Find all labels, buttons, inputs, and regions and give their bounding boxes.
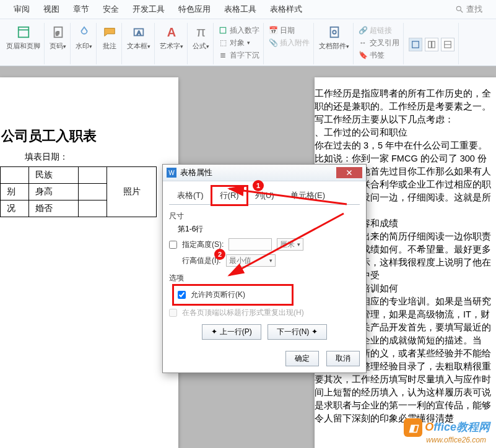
- row-spec-height: 指定高度(S): 厘米▾: [169, 238, 360, 251]
- btn-datetime[interactable]: 📅日期: [269, 24, 295, 37]
- search-box[interactable]: 查找: [455, 4, 482, 15]
- menu-review[interactable]: 审阅: [14, 4, 30, 15]
- header-footer-label: 页眉和页脚: [6, 41, 40, 51]
- search-label: 查找: [466, 4, 482, 15]
- group-annotation[interactable]: 批注: [98, 23, 122, 64]
- group-wordart[interactable]: Α 艺术字▾: [156, 23, 188, 64]
- group-doc-parts[interactable]: 文档部件▾: [315, 23, 354, 64]
- menu-table-tools[interactable]: 表格工具: [224, 4, 256, 15]
- menu-view[interactable]: 视图: [43, 4, 59, 15]
- rows-label: 第1-6行: [178, 224, 360, 235]
- group-formula[interactable]: π 公式▾: [189, 23, 214, 64]
- cancel-button[interactable]: 取消: [326, 351, 360, 366]
- ribbon-toolbar: 页眉和页脚 # 页码▾ 水印▾ 批注 A 文本框▾ Α 艺术字▾ π 公式▾ 插…: [0, 19, 496, 66]
- dialog-tabs: 表格(T) 行(R) 列(U) 单元格(E): [169, 186, 360, 205]
- group-page-num[interactable]: # 页码▾: [46, 23, 71, 64]
- wm-text: ffice教程网: [433, 421, 490, 433]
- fill-date-label: 填表日期：: [0, 152, 163, 163]
- watermark: ◧Office教程网 www.office26.com: [404, 418, 490, 444]
- size-section-label: 尺寸: [169, 211, 360, 222]
- options-section-label: 选项: [169, 273, 360, 283]
- unit-select[interactable]: 厘米▾: [277, 238, 303, 251]
- page-left: 公司员工入职表 填表日期： 民族照片 别身高 况婚否: [0, 77, 178, 448]
- row-height-is-label: 行高值是(I):: [182, 256, 221, 266]
- group-insert-misc: 插入数字 ⬚对象▾ ≣首字下沉: [215, 23, 264, 64]
- cell-gender: 别: [1, 184, 29, 200]
- formula-icon: π: [193, 24, 209, 40]
- tab-column[interactable]: 列(U): [247, 186, 282, 205]
- svg-rect-2: [18, 27, 28, 38]
- annotation-icon: [102, 24, 118, 40]
- group-watermark[interactable]: 水印▾: [72, 23, 97, 64]
- repeat-header-label: 在各页顶端以标题行形式重复出现(H): [182, 308, 304, 318]
- bookmark-icon: 🔖: [359, 51, 367, 59]
- row-height-is: 行高值是(I): 最小值▾: [169, 254, 360, 267]
- dialog-titlebar[interactable]: W 表格属性: [163, 165, 366, 181]
- cell-photo: 照片: [107, 167, 157, 217]
- textbox-label: 文本框: [127, 42, 147, 50]
- view-mode-2[interactable]: [425, 38, 438, 51]
- svg-rect-12: [429, 41, 432, 48]
- group-view-mode: [405, 23, 459, 64]
- spec-height-checkbox[interactable]: [169, 241, 177, 249]
- object-icon: ⬚: [219, 38, 227, 47]
- menu-security[interactable]: 安全: [103, 4, 119, 15]
- dropcap-label: 首字下沉: [230, 50, 259, 61]
- height-input[interactable]: [228, 238, 272, 251]
- menu-special[interactable]: 特色应用: [178, 4, 211, 15]
- view-mode-1[interactable]: [409, 38, 422, 51]
- btn-cross-ref[interactable]: ↔交叉引用: [359, 37, 399, 49]
- tab-cell[interactable]: 单元格(E): [282, 186, 333, 205]
- btn-drop-cap[interactable]: ≣首字下沉: [219, 49, 259, 61]
- svg-rect-13: [432, 41, 435, 48]
- spec-height-label: 指定高度(S):: [182, 239, 224, 250]
- btn-bookmark[interactable]: 🔖书签: [359, 49, 385, 61]
- dialog-body: 表格(T) 行(R) 列(U) 单元格(E) 尺寸 第1-6行 指定高度(S):…: [163, 181, 366, 373]
- group-header-footer[interactable]: 页眉和页脚: [2, 23, 45, 64]
- menu-bar: 审阅 视图 章节 安全 开发工具 特色应用 表格工具 表格样式 查找: [0, 0, 496, 19]
- svg-rect-9: [330, 27, 338, 38]
- group-textbox[interactable]: A 文本框▾: [123, 23, 155, 64]
- menu-section[interactable]: 章节: [73, 4, 89, 15]
- doc-title: 公司员工入职表: [0, 127, 163, 145]
- btn-attachment: 📎插入附件: [269, 37, 310, 49]
- close-button[interactable]: [336, 167, 362, 178]
- attachment-label: 插入附件: [280, 38, 310, 48]
- btn-hyperlink: 🔗超链接: [359, 24, 392, 37]
- wordart-label: 艺术字: [160, 42, 180, 50]
- next-row-label: 下一行(N): [277, 327, 310, 336]
- doc-parts-icon: [326, 24, 342, 40]
- date-label: 日期: [280, 25, 295, 36]
- next-row-button[interactable]: 下一行(N) ✦: [268, 324, 327, 340]
- wordart-icon: Α: [163, 24, 180, 40]
- hyperlink-icon: 🔗: [359, 26, 367, 35]
- menu-dev[interactable]: 开发工具: [133, 4, 165, 15]
- svg-rect-11: [412, 41, 419, 48]
- svg-point-10: [333, 30, 336, 34]
- repeat-header-checkbox: [169, 309, 177, 317]
- table-row: 民族照片: [1, 167, 157, 184]
- allow-break-checkbox[interactable]: [178, 291, 186, 299]
- cell-status: 况: [1, 200, 29, 217]
- wm-letter-o: O: [425, 421, 433, 433]
- formula-label: 公式: [193, 42, 206, 50]
- prev-row-label: 上一行(P): [220, 327, 252, 336]
- option-repeat-header: 在各页顶端以标题行形式重复出现(H): [169, 308, 360, 318]
- tab-row[interactable]: 行(R): [212, 186, 247, 205]
- btn-object[interactable]: ⬚对象▾: [219, 37, 250, 49]
- dropcap-icon: ≣: [219, 51, 227, 59]
- cell-height: 身高: [29, 184, 79, 200]
- watermark-icon: [76, 24, 92, 40]
- tab-table[interactable]: 表格(T): [169, 186, 212, 205]
- prev-row-button[interactable]: ✦ 上一行(P): [202, 324, 261, 340]
- svg-line-1: [461, 11, 463, 13]
- hyperlink-label: 超链接: [370, 25, 392, 36]
- menu-table-style[interactable]: 表格样式: [270, 4, 302, 15]
- view-mode-3[interactable]: [441, 38, 455, 51]
- btn-insert-number[interactable]: 插入数字: [219, 24, 259, 37]
- svg-point-0: [456, 6, 461, 11]
- crossref-icon: ↔: [359, 38, 367, 47]
- attachment-icon: 📎: [269, 38, 277, 47]
- ok-button[interactable]: 确定: [285, 351, 319, 366]
- row-height-mode-select[interactable]: 最小值▾: [226, 254, 276, 267]
